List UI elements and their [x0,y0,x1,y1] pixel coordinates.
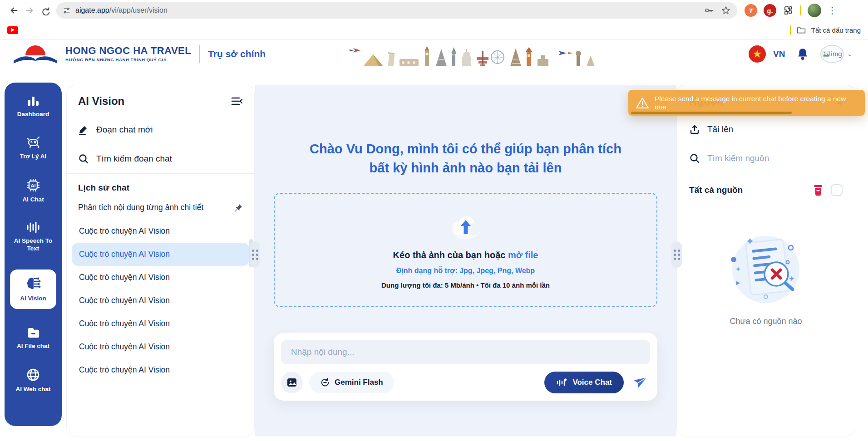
sidebar-item-ai-file-chat[interactable]: AI File chat [17,326,49,350]
new-chat-button[interactable]: Đoạn chat mới [66,115,255,144]
chat-history-item[interactable]: Cuộc trò chuyện AI Vision [72,220,249,243]
ai-chip-icon: AI [26,178,40,192]
new-chat-pencil-icon [78,124,89,135]
upload-source-button[interactable]: Tải lên [676,115,855,144]
app-header: HONG NGOC HA TRAVEL HƯỚNG ĐẾN NHỮNG HÀNH… [0,39,868,68]
sidebar-item-ai-web-chat[interactable]: AI Web chat [15,368,50,393]
chat-history-item[interactable]: Cuộc trò chuyện AI Vision [72,335,249,358]
extension-g-icon[interactable]: g. [764,4,776,17]
search-sources-input[interactable] [707,153,816,163]
model-label: Gemini Flash [335,378,383,387]
site-settings-icon[interactable] [63,6,71,15]
brain-circuit-icon [25,276,41,291]
chat-history-panel: AI Vision Đoạn chat mới Tìm kiếm đoạn c [66,85,255,436]
history-heading: Lịch sử chat [66,174,255,196]
sources-empty-state: Chưa có nguồn nào [676,232,855,326]
sidebar-item-ai-vision[interactable]: AI Vision [10,270,56,309]
bookmarks-bar: Tất cả dấu trang [0,21,868,39]
pin-icon[interactable] [234,203,243,212]
delete-all-trash-icon[interactable] [813,184,824,196]
sidebar-nav: Dashboard Trợ Lý AI AI AI Chat AI Speech… [5,83,62,426]
image-icon [286,377,297,388]
chat-panel-title: AI Vision [78,95,124,108]
notifications-bell-icon[interactable] [797,48,809,60]
brand-name: HONG NGOC HA TRAVEL [65,45,191,56]
browser-menu-icon[interactable]: ⋮ [828,6,837,15]
chat-history-item[interactable]: Cuộc trò chuyện AI Vision [72,289,249,312]
svg-text:AI: AI [31,183,36,188]
screen: aigate.app/vi/app/user/vision T g. ⋮ [0,0,868,441]
send-button[interactable] [630,372,650,392]
sidebar-item-ai-chat[interactable]: AI AI Chat [22,178,44,204]
workspace: AI Vision Đoạn chat mới Tìm kiếm đoạn c [66,85,855,436]
vn-flag-icon[interactable]: ★ [749,45,766,63]
open-file-link[interactable]: mở file [508,250,538,260]
chat-history-item[interactable]: Cuộc trò chuyện AI Vision [72,312,249,335]
search-chats-button[interactable]: Tìm kiếm đoạn chat [66,144,255,174]
app-body: Dashboard Trợ Lý AI AI AI Chat AI Speech… [0,68,868,441]
chevron-down-icon[interactable]: ⌄ [847,50,853,58]
warning-toast[interactable]: Please send a message in current chat be… [628,90,865,116]
toast-message: Please send a message in current chat be… [655,95,858,111]
landmarks-banner [345,44,599,68]
file-icon [26,326,40,339]
user-avatar[interactable]: img ⌄ [820,45,853,63]
message-input[interactable] [281,340,650,364]
brand[interactable]: HONG NGOC HA TRAVEL HƯỚNG ĐẾN NHỮNG HÀNH… [12,44,191,64]
broken-image-icon [823,51,830,57]
chat-history-item[interactable]: Cuộc trò chuyện AI Vision [72,266,249,289]
search-icon [689,153,700,164]
voice-chat-label: Voice Chat [572,378,612,387]
image-dropzone[interactable]: Kéo thả ảnh của bạn hoặc mở file Định dạ… [274,193,657,307]
voice-chat-button[interactable]: Voice Chat [544,372,624,393]
youtube-bookmark-icon[interactable] [7,26,18,34]
greeting-heading: Chào Vu Dong, mình tôi có thể giúp bạn p… [310,139,621,177]
sidebar-item-dashboard[interactable]: Dashboard [17,95,49,118]
waveform-icon [25,221,41,234]
reload-icon[interactable] [37,3,53,18]
no-sources-illustration [723,232,809,305]
select-all-checkbox[interactable] [831,184,843,196]
password-key-icon[interactable] [704,5,714,15]
collapse-panel-icon[interactable] [231,97,243,106]
language-label[interactable]: VN [773,49,785,59]
header-divider [199,45,200,63]
chat-history-item[interactable]: Cuộc trò chuyện AI Vision [72,358,249,382]
bookmark-star-icon[interactable] [721,5,731,15]
upload-icon [689,124,700,135]
dropzone-limits: Dung lượng tối đa: 5 Mb/ảnh • Tối đa 10 … [381,281,550,289]
bookmarks-separator [790,25,791,35]
forward-icon[interactable] [22,3,37,18]
model-selector[interactable]: Gemini Flash [309,372,394,393]
all-bookmarks-label[interactable]: Tất cả dấu trang [811,26,861,34]
brand-tagline: HƯỚNG ĐẾN NHỮNG HÀNH TRÌNH QUÝ GIÁ [65,58,191,62]
sidebar-item-ai-speech-to-text[interactable]: AI Speech To Text [7,221,59,253]
vision-main: Chào Vu Dong, mình tôi có thể giúp bạn p… [255,85,676,436]
panel-resize-handle-left[interactable] [250,241,260,268]
bar-chart-icon [26,95,40,107]
brand-logo-icon [12,44,59,64]
no-sources-text: Chưa có nguồn nào [730,317,802,326]
sidebar-item-tro-ly-ai[interactable]: Trợ Lý AI [20,136,47,161]
model-sync-icon [320,377,330,387]
extensions-puzzle-icon[interactable] [783,5,794,16]
panel-resize-handle-right[interactable] [671,241,682,268]
folder-icon [797,26,806,34]
pinned-chat-item[interactable]: Phân tích nội dung từng ảnh chi tiết [66,196,255,219]
browser-profile-avatar[interactable] [808,4,821,17]
toolbar-separator [800,5,801,15]
back-icon[interactable] [6,3,22,18]
sources-panel: Nguồn Tải lên [676,85,855,436]
dropzone-formats: Định dạng hỗ trợ: Jpg, Jpeg, Png, Webp [396,267,535,275]
avatar-alt-text: img [831,50,842,58]
send-plane-icon [632,375,648,390]
chat-history-item[interactable]: Cuộc trò chuyện AI Vision [72,243,249,266]
branch-label: Trụ sở chính [208,49,266,59]
search-icon [78,153,89,164]
url-text[interactable]: aigate.app/vi/app/user/vision [75,6,704,15]
attach-image-button[interactable] [281,372,303,393]
dropzone-text: Kéo thả ảnh của bạn hoặc [393,250,506,260]
extension-t-icon[interactable]: T [745,4,757,17]
search-sources[interactable] [676,144,855,173]
url-bar[interactable]: aigate.app/vi/app/user/vision [56,2,737,19]
